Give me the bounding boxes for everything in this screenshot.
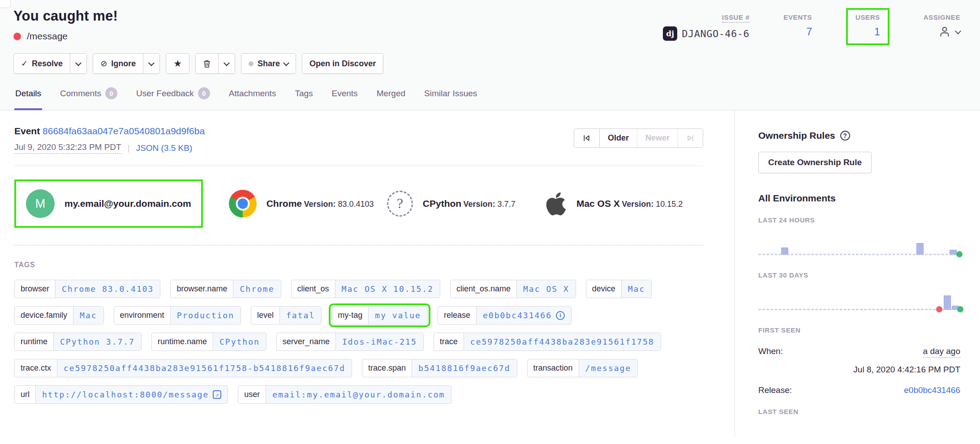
tag-key: client_os xyxy=(292,280,335,298)
resolve-button[interactable]: ✓ Resolve xyxy=(14,54,70,73)
event-label: Event xyxy=(14,126,40,136)
tag-value-link[interactable]: CPython xyxy=(213,333,266,350)
tag-pill[interactable]: server_name Idos-iMac-215 xyxy=(276,333,424,351)
tag-value-link[interactable]: Mac OS X 10.15.2 xyxy=(335,280,440,298)
tag-value-link[interactable]: Mac xyxy=(73,307,103,324)
tag-pill[interactable]: trace ce5978250aff4438ba283e91561f1758 xyxy=(434,333,661,351)
tag-value-link[interactable]: e0b0bc431466 i xyxy=(476,307,571,324)
tag-value-link[interactable]: b5418816f9aec67d xyxy=(412,359,516,377)
chart-bar xyxy=(781,248,788,255)
release-info-icon[interactable]: i xyxy=(556,311,565,320)
page-title: You caught me! xyxy=(13,8,118,24)
tag-pill[interactable]: device Mac xyxy=(586,280,652,298)
users-count[interactable]: 1 xyxy=(855,26,880,38)
event-navigation: Older Newer xyxy=(574,128,703,148)
tab[interactable]: Merged xyxy=(376,87,406,110)
tag-pill[interactable]: transaction /message xyxy=(527,359,638,377)
events-count[interactable]: 7 xyxy=(783,26,812,38)
tag-pill[interactable]: my-tag my value xyxy=(331,306,428,324)
delete-dropdown-button[interactable] xyxy=(218,54,235,73)
older-event-button[interactable]: Older xyxy=(599,129,637,147)
tag-value-link[interactable]: http://localhost:8000/message ↗ xyxy=(35,386,228,403)
tag-pill[interactable]: runtime.name CPython xyxy=(151,333,266,351)
issue-number-label[interactable]: ISSUE # xyxy=(722,13,750,23)
resolve-dropdown-button[interactable] xyxy=(70,54,86,73)
last-24-hours-chart[interactable] xyxy=(758,226,960,259)
external-link-icon[interactable]: ↗ xyxy=(213,390,221,399)
tag-value-text: b5418816f9aec67d xyxy=(418,363,510,373)
first-seen-release-link[interactable]: e0b0bc431466 xyxy=(904,385,960,395)
event-id-link[interactable]: 86684fa63aa047e7a0540801a9d9f6ba xyxy=(43,126,205,136)
last-30-days-chart[interactable] xyxy=(758,282,960,314)
event-details-panel: Event 86684fa63aa047e7a0540801a9d9f6ba J… xyxy=(0,111,735,437)
delete-button[interactable] xyxy=(196,54,218,73)
assignee-dropdown[interactable] xyxy=(924,25,960,38)
chart-bar xyxy=(944,295,951,310)
tag-value-link[interactable]: ce5978250aff4438ba283e91561f1758 xyxy=(464,333,661,350)
newer-event-button[interactable]: Newer xyxy=(637,129,678,147)
tab-label: Comments xyxy=(60,89,101,98)
chevron-down-icon xyxy=(283,60,289,66)
tag-pill[interactable]: browser.name Chrome xyxy=(170,280,281,298)
context-card-title: Mac OS X xyxy=(576,198,620,209)
tag-value-link[interactable]: fatal xyxy=(279,307,321,324)
tag-value-text: CPython 3.7.7 xyxy=(60,337,135,346)
tag-value-link[interactable]: Chrome xyxy=(233,280,280,298)
tag-pill[interactable]: client_os.name Mac OS X xyxy=(450,280,576,298)
tab-label: Tags xyxy=(295,89,313,98)
first-seen-relative-time[interactable]: a day ago xyxy=(923,346,960,358)
tag-value-text: http://localhost:8000/message xyxy=(42,390,209,399)
tab[interactable]: Attachments xyxy=(228,87,277,110)
tag-value-link[interactable]: Chrome 83.0.4103 xyxy=(55,280,160,298)
unknown-runtime-icon: ? xyxy=(387,191,413,217)
tag-value-link[interactable]: /message xyxy=(579,359,638,377)
tag-value-text: Production xyxy=(177,311,234,320)
tag-pill[interactable]: release e0b0bc431466 i xyxy=(438,306,572,324)
tag-value-link[interactable]: ce5978250aff4438ba283e91561f1758-b541881… xyxy=(57,359,352,377)
tag-key: trace.ctx xyxy=(15,359,57,377)
ignore-button[interactable]: ⊘ Ignore xyxy=(93,54,143,73)
tag-pill[interactable]: environment Production xyxy=(114,306,241,324)
event-datetime[interactable]: Jul 9, 2020 5:32:23 PM PDT xyxy=(14,142,121,154)
tag-value-link[interactable]: email:my.email@your.domain.com xyxy=(266,386,451,403)
tab[interactable]: Details xyxy=(14,87,42,110)
tag-value-text: Mac xyxy=(80,311,97,320)
tag-value-link[interactable]: my value xyxy=(368,307,427,324)
version-label: Version: xyxy=(464,200,495,209)
tag-value-link[interactable]: Mac xyxy=(621,280,652,298)
tag-pill[interactable]: device.family Mac xyxy=(14,306,104,324)
tab[interactable]: Comments 0 xyxy=(59,87,118,110)
tag-pill[interactable]: url http://localhost:8000/message ↗ xyxy=(14,385,228,404)
context-card-version: Version: 83.0.4103 xyxy=(304,200,374,209)
check-icon: ✓ xyxy=(21,59,28,68)
tag-value-link[interactable]: CPython 3.7.7 xyxy=(53,333,141,350)
oldest-event-button[interactable] xyxy=(574,129,599,147)
tag-pill[interactable]: trace.span b5418816f9aec67d xyxy=(362,359,517,377)
tag-pill[interactable]: trace.ctx ce5978250aff4438ba283e91561f17… xyxy=(14,359,352,377)
tag-value-link[interactable]: Idos-iMac-215 xyxy=(335,333,423,350)
json-download-link[interactable]: JSON (3.5 KB) xyxy=(136,143,193,153)
tag-pill[interactable]: level fatal xyxy=(251,306,322,324)
tag-value-link[interactable]: Production xyxy=(170,307,241,324)
latest-event-button[interactable] xyxy=(678,129,703,147)
open-in-discover-button[interactable]: Open in Discover xyxy=(302,54,383,73)
help-question-icon[interactable]: ? xyxy=(840,131,850,141)
tag-key: server_name xyxy=(277,333,335,350)
share-button[interactable]: Share xyxy=(241,54,296,73)
tag-pill[interactable]: runtime CPython 3.7.7 xyxy=(14,333,142,351)
tag-pill[interactable]: browser Chrome 83.0.4103 xyxy=(14,280,160,298)
tab[interactable]: Similar Issues xyxy=(423,87,478,110)
bookmark-button[interactable]: ★ xyxy=(166,54,189,73)
tab[interactable]: Tags xyxy=(294,87,314,110)
create-ownership-rule-button[interactable]: Create Ownership Rule xyxy=(758,152,872,173)
tag-value-text: Idos-iMac-215 xyxy=(342,337,417,346)
tag-pill[interactable]: user email:my.email@your.domain.com xyxy=(238,385,451,404)
tab[interactable]: User Feedback 0 xyxy=(135,87,211,110)
tag-key: environment xyxy=(114,307,170,324)
ignore-dropdown-button[interactable] xyxy=(143,54,159,73)
trash-icon xyxy=(203,60,211,68)
tag-value-link[interactable]: Mac OS X xyxy=(516,280,576,298)
tab[interactable]: Events xyxy=(331,87,359,110)
tag-key: client_os.name xyxy=(451,280,516,298)
tag-pill[interactable]: client_os Mac OS X 10.15.2 xyxy=(291,280,440,298)
